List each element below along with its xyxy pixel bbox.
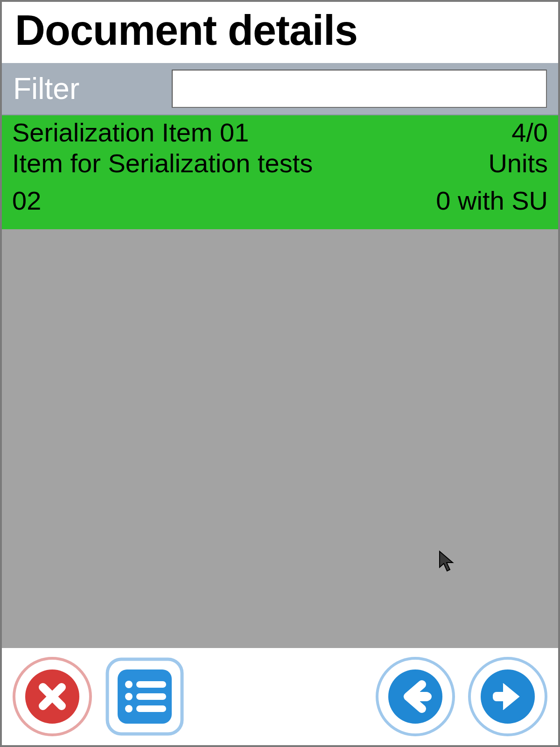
cancel-button[interactable] (12, 656, 92, 737)
svg-rect-10 (136, 705, 166, 712)
page-title: Document details (15, 7, 545, 55)
footer-toolbar (2, 648, 558, 745)
item-name: Serialization Item 01 (12, 117, 249, 148)
svg-rect-13 (412, 692, 430, 701)
next-button[interactable] (468, 656, 548, 737)
close-icon (12, 656, 92, 737)
back-button[interactable] (375, 656, 455, 737)
header: Document details (2, 2, 558, 63)
svg-point-9 (125, 705, 133, 712)
list-item[interactable]: Serialization Item 01 4/0 Item for Seria… (2, 115, 558, 229)
svg-rect-16 (493, 692, 511, 701)
svg-point-5 (125, 681, 133, 688)
filter-bar: Filter (2, 63, 558, 115)
arrow-right-icon (468, 656, 548, 737)
item-qty: 4/0 (511, 117, 548, 148)
list-icon (105, 656, 185, 737)
annotation-arrow-icon (417, 648, 539, 648)
item-uom: Units (488, 148, 548, 179)
svg-rect-8 (136, 693, 166, 700)
cursor-icon (439, 550, 457, 573)
filter-label: Filter (13, 71, 153, 106)
item-list: Serialization Item 01 4/0 Item for Seria… (2, 115, 558, 648)
item-code: 02 (12, 185, 41, 216)
item-description: Item for Serialization tests (12, 148, 313, 179)
filter-input[interactable] (172, 70, 547, 108)
svg-point-7 (125, 693, 133, 700)
svg-rect-6 (136, 681, 166, 688)
menu-button[interactable] (105, 656, 185, 737)
item-su: 0 with SU (436, 185, 548, 216)
arrow-left-icon (375, 656, 455, 737)
